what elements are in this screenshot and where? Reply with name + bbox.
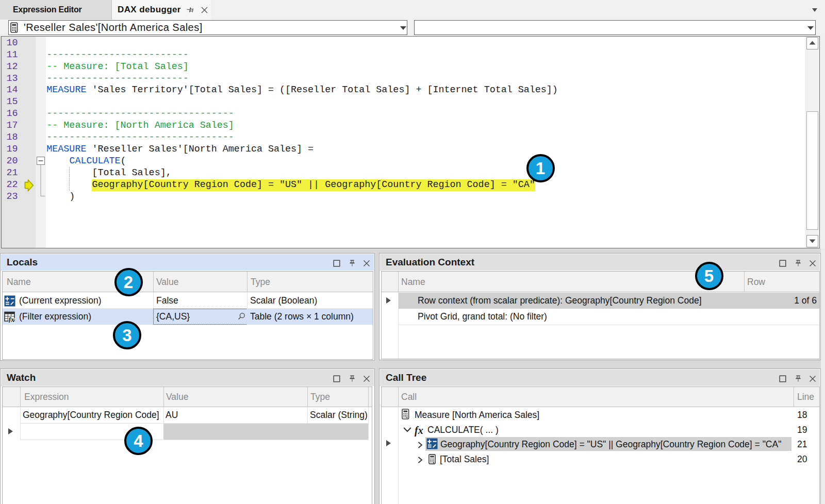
svg-text:fx: fx — [9, 316, 15, 323]
